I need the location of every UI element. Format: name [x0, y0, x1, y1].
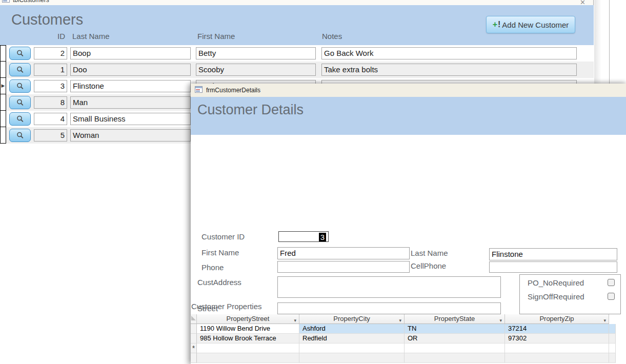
- new-record-selector[interactable]: *: [191, 343, 197, 353]
- record-selector[interactable]: [0, 45, 6, 62]
- column-header-propertystate[interactable]: PropertyState▾: [405, 314, 505, 324]
- window-title: frmCustomerDetails: [206, 87, 260, 94]
- last-name-field[interactable]: Small Business: [70, 113, 191, 125]
- last-name-field[interactable]: Flinstone: [489, 248, 617, 260]
- propertystreet-cell[interactable]: 985 Hollow Brook Terrace: [197, 334, 299, 343]
- id-field[interactable]: 3: [34, 80, 67, 92]
- customer-id-field[interactable]: 3: [278, 231, 329, 242]
- signoff-required-label: SignOffRequired: [528, 292, 584, 301]
- customers-header: Customers + ! Add New Customer ID Last N…: [0, 5, 594, 45]
- propertycity-header-label: PropertyCity: [333, 315, 370, 322]
- propertystate-cell[interactable]: OR: [405, 334, 505, 343]
- po-norequired-label: PO_NoRequired: [528, 278, 584, 287]
- column-header-id: ID: [34, 32, 65, 43]
- column-header-notes: Notes: [322, 32, 342, 43]
- cellphone-field[interactable]: [489, 261, 617, 273]
- signoff-required-row: SignOffRequired: [520, 292, 620, 302]
- row-selector[interactable]: [191, 324, 197, 334]
- row-end-stub: [609, 343, 616, 353]
- first-name-field[interactable]: Fred: [277, 247, 410, 259]
- record-selector[interactable]: [0, 62, 6, 78]
- first-name-label: First Name: [201, 248, 239, 257]
- exclamation-icon: !: [498, 20, 500, 29]
- last-name-field[interactable]: Flinstone: [70, 80, 191, 92]
- column-header-propertycity[interactable]: PropertyCity▾: [299, 314, 405, 324]
- record-selector[interactable]: [0, 94, 6, 111]
- customer-properties-label: Customer Properties: [191, 302, 262, 311]
- first-name-field[interactable]: Scooby: [196, 64, 316, 76]
- customer-properties-datasheet: PropertyStreet▾ PropertyCity▾ PropertySt…: [191, 314, 626, 364]
- plus-icon: +: [493, 20, 497, 29]
- propertyzip-header-label: PropertyZip: [539, 315, 574, 322]
- access-workspace: tblCustomers ✕ Customers + ! Add New Cus…: [0, 0, 626, 364]
- phone-field[interactable]: [277, 261, 410, 273]
- last-name-field[interactable]: Boop: [70, 47, 191, 59]
- street-field[interactable]: [277, 302, 501, 314]
- phone-label: Phone: [201, 263, 224, 272]
- propertystreet-cell[interactable]: 1190 Willow Bend Drive: [197, 324, 299, 334]
- empty-cell: [197, 353, 299, 363]
- propertystate-header-label: PropertyState: [434, 315, 475, 322]
- property-row: 1190 Willow Bend Drive Ashford TN 37214: [191, 324, 626, 334]
- id-field[interactable]: 8: [34, 96, 67, 109]
- notes-field[interactable]: Take extra bolts: [321, 64, 577, 76]
- last-name-label: Last Name: [411, 249, 448, 257]
- propertyzip-cell[interactable]: 97302: [505, 334, 609, 343]
- magnifier-button[interactable]: [9, 96, 31, 109]
- row-end-stub: [609, 334, 616, 343]
- propertystate-cell[interactable]: TN: [405, 324, 505, 334]
- window-title: tblCustomers: [13, 0, 49, 4]
- id-field[interactable]: 1: [34, 64, 67, 76]
- propertycity-cell[interactable]: Ashford: [299, 324, 405, 334]
- propertycity-cell[interactable]: Redfield: [299, 334, 405, 343]
- customer-row: 2 Boop Betty Go Back Work: [0, 45, 594, 62]
- page-title: Customer Details: [197, 102, 304, 118]
- first-name-field[interactable]: Betty: [196, 47, 316, 59]
- row-selector[interactable]: [191, 334, 197, 343]
- new-record-row: *: [191, 343, 626, 353]
- requirements-group: PO_NoRequired SignOffRequired: [519, 274, 621, 314]
- magnifier-button[interactable]: [9, 112, 31, 126]
- customer-details-header: Customer Details: [191, 97, 626, 135]
- table-form-icon: [2, 0, 10, 5]
- magnifier-button[interactable]: [9, 129, 31, 142]
- property-row: 985 Hollow Brook Terrace Redfield OR 973…: [191, 334, 626, 343]
- propertyzip-cell[interactable]: 37214: [505, 324, 609, 334]
- magnifier-button[interactable]: [9, 63, 31, 76]
- add-new-customer-label: Add New Customer: [502, 21, 569, 29]
- frmcustomerdetails-window: frmCustomerDetails Customer Details Cust…: [191, 84, 626, 364]
- last-name-field[interactable]: Woman: [70, 129, 191, 141]
- custaddress-field[interactable]: [277, 276, 501, 298]
- customer-id-label: Customer ID: [201, 232, 245, 241]
- select-all-corner[interactable]: [191, 314, 197, 324]
- last-name-field[interactable]: Man: [70, 96, 191, 109]
- record-selector[interactable]: [0, 127, 6, 144]
- po-norequired-checkbox[interactable]: [608, 279, 615, 286]
- add-new-customer-button[interactable]: + ! Add New Customer: [486, 16, 575, 33]
- column-header-last-name: Last Name: [72, 32, 110, 43]
- id-field[interactable]: 4: [34, 113, 67, 125]
- signoff-required-checkbox[interactable]: [608, 293, 615, 300]
- column-header-propertystreet[interactable]: PropertyStreet▾: [197, 314, 299, 324]
- propertyzip-cell[interactable]: [505, 343, 609, 353]
- magnifier-button[interactable]: [9, 79, 31, 93]
- po-norequired-row: PO_NoRequired: [520, 278, 620, 289]
- datasheet-header-row: PropertyStreet▾ PropertyCity▾ PropertySt…: [191, 314, 626, 324]
- column-header-propertyzip[interactable]: PropertyZip▾: [505, 314, 609, 324]
- propertystate-cell[interactable]: [405, 343, 505, 353]
- record-selector[interactable]: ▶: [0, 78, 6, 94]
- magnifier-button[interactable]: [9, 47, 31, 60]
- id-field[interactable]: 5: [34, 129, 67, 141]
- propertystreet-header-label: PropertyStreet: [227, 315, 270, 322]
- close-icon[interactable]: ✕: [580, 0, 585, 5]
- custaddress-label: CustAddress: [197, 278, 241, 287]
- propertycity-cell[interactable]: [299, 343, 405, 353]
- record-selector[interactable]: [0, 111, 6, 127]
- notes-field[interactable]: Go Back Work: [321, 47, 577, 59]
- id-field[interactable]: 2: [34, 47, 67, 59]
- row-end-stub: [609, 324, 616, 334]
- propertystreet-cell[interactable]: [197, 343, 299, 353]
- row-end-stub: [609, 353, 616, 363]
- last-name-field[interactable]: Doo: [70, 64, 191, 76]
- frmcustomerdetails-titlebar: frmCustomerDetails: [191, 84, 626, 97]
